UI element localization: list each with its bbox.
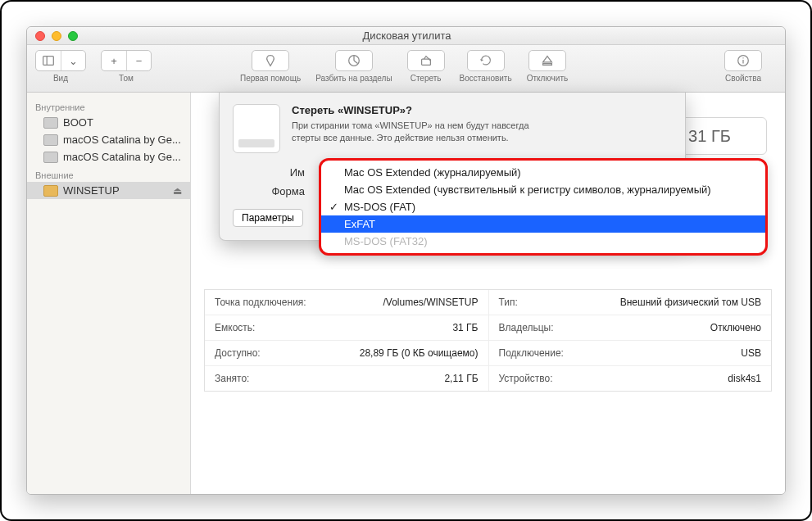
sidebar: Внутренние BOOT macOS Catalina by Ge... … xyxy=(27,93,191,494)
info-key: Тип: xyxy=(499,297,518,308)
dropdown-option-disabled: MS-DOS (FAT32) xyxy=(321,233,765,250)
erase-button[interactable] xyxy=(407,50,445,71)
sidebar-item-boot[interactable]: BOOT xyxy=(27,114,190,131)
toolbar: ⌄ Вид + − Том Первая помощь Разбить на р… xyxy=(27,45,785,93)
info-val: 2,11 ГБ xyxy=(444,373,478,384)
disk-icon xyxy=(43,134,58,146)
svg-rect-0 xyxy=(43,57,54,66)
sidebar-toggle-icon[interactable] xyxy=(36,51,61,70)
info-button[interactable] xyxy=(724,50,762,71)
first-aid-button[interactable] xyxy=(252,50,289,71)
format-dropdown[interactable]: Mac OS Extended (журналируемый) Mac OS E… xyxy=(319,158,768,256)
info-key: Точка подключения: xyxy=(215,297,306,308)
sheet-title: Стереть «WINSETUP»? xyxy=(292,104,554,116)
info-key: Устройство: xyxy=(499,373,553,384)
plus-icon[interactable]: + xyxy=(102,51,126,70)
sidebar-item-label: WINSETUP xyxy=(63,184,168,197)
name-label: Им xyxy=(233,166,305,179)
zoom-icon[interactable] xyxy=(68,31,78,41)
info-val: /Volumes/WINSETUP xyxy=(383,297,478,308)
sidebar-item-label: BOOT xyxy=(63,116,182,129)
info-grid: Точка подключения:/Volumes/WINSETUP Тип:… xyxy=(204,289,772,392)
toolbar-label-restore: Восстановить xyxy=(460,74,512,83)
sidebar-header-external: Внешние xyxy=(27,165,190,182)
sidebar-item-catalina-2[interactable]: macOS Catalina by Ge... xyxy=(27,148,190,165)
info-key: Подключение: xyxy=(499,347,564,359)
volume-segmented[interactable]: + − xyxy=(101,50,152,71)
toolbar-label-unmount: Отключить xyxy=(527,74,569,83)
close-icon[interactable] xyxy=(35,31,45,41)
info-key: Доступно: xyxy=(215,347,261,359)
toolbar-label-partition: Разбить на разделы xyxy=(315,74,392,83)
sheet-desc: При стирании тома «WINSETUP» на нем буду… xyxy=(292,120,554,144)
svg-line-4 xyxy=(354,61,358,64)
disk-icon xyxy=(43,152,58,163)
toolbar-label-info: Свойства xyxy=(725,74,761,83)
app-window: Дисковая утилита ⌄ Вид + − Том xyxy=(26,26,786,495)
window-controls xyxy=(35,31,78,41)
dropdown-option-checked[interactable]: MS-DOS (FAT) xyxy=(321,198,765,215)
params-label: Параметры xyxy=(242,212,294,224)
minus-icon[interactable]: − xyxy=(126,51,151,70)
dropdown-option-selected[interactable]: ExFAT xyxy=(321,215,765,233)
sidebar-item-label: macOS Catalina by Ge... xyxy=(63,151,182,163)
format-label: Форма xyxy=(233,185,305,197)
toolbar-label-erase: Стереть xyxy=(411,74,442,83)
drive-image-icon xyxy=(233,104,280,153)
info-val: Внешний физический том USB xyxy=(620,297,761,308)
sidebar-item-winsetup[interactable]: WINSETUP ⏏ xyxy=(27,182,190,199)
disk-icon xyxy=(43,117,58,129)
info-val: USB xyxy=(741,347,761,359)
toolbar-label-volume: Том xyxy=(119,74,134,83)
info-val: Отключено xyxy=(710,322,761,333)
info-val: 28,89 ГБ (0 КБ очищаемо) xyxy=(360,347,479,359)
info-val: 31 ГБ xyxy=(452,322,478,333)
sidebar-header-internal: Внутренние xyxy=(27,97,190,114)
sidebar-item-label: macOS Catalina by Ge... xyxy=(63,134,182,146)
window-title: Дисковая утилита xyxy=(78,29,736,42)
partition-button[interactable] xyxy=(335,50,373,71)
dropdown-option[interactable]: Mac OS Extended (чувствительный к регист… xyxy=(321,181,765,198)
security-options-button[interactable]: Параметры xyxy=(233,209,303,227)
external-disk-icon xyxy=(43,185,58,197)
svg-rect-7 xyxy=(543,64,552,66)
toolbar-label-firstaid: Первая помощь xyxy=(240,74,301,83)
info-key: Владельцы: xyxy=(499,322,554,333)
minimize-icon[interactable] xyxy=(52,31,61,41)
unmount-button[interactable] xyxy=(528,50,566,71)
chevron-down-icon[interactable]: ⌄ xyxy=(61,51,85,70)
toolbar-label-view: Вид xyxy=(53,74,68,83)
svg-rect-5 xyxy=(421,59,430,65)
eject-icon[interactable]: ⏏ xyxy=(173,185,182,197)
info-key: Занято: xyxy=(215,373,249,384)
sidebar-item-catalina-1[interactable]: macOS Catalina by Ge... xyxy=(27,131,190,148)
restore-button[interactable] xyxy=(467,50,505,71)
dropdown-option[interactable]: Mac OS Extended (журналируемый) xyxy=(321,164,765,181)
svg-marker-6 xyxy=(543,57,552,62)
info-val: disk4s1 xyxy=(728,373,761,384)
info-key: Емкость: xyxy=(215,322,255,333)
svg-point-10 xyxy=(742,57,743,58)
titlebar: Дисковая утилита xyxy=(27,27,785,45)
view-segmented[interactable]: ⌄ xyxy=(35,50,86,71)
